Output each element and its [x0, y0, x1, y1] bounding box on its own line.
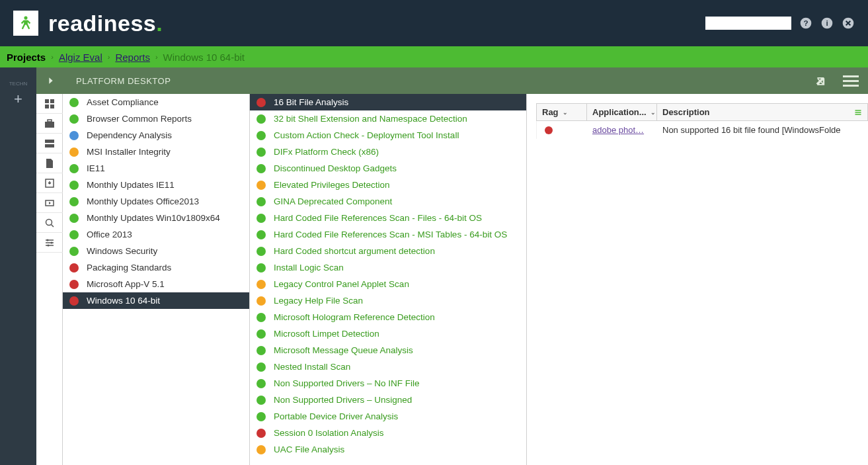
- server-icon[interactable]: [36, 134, 63, 153]
- category-item[interactable]: MSI Installer Integrity: [63, 144, 249, 160]
- close-icon[interactable]: [842, 17, 855, 30]
- far-left-rail: TECHN +: [0, 67, 36, 465]
- svg-rect-10: [48, 120, 52, 122]
- category-label: Asset Compliance: [87, 97, 159, 107]
- check-item[interactable]: Hard Coded File References Scan - Files …: [250, 210, 526, 226]
- check-label: Nested Install Scan: [274, 362, 350, 372]
- chevron-right-icon: ›: [108, 53, 110, 61]
- rag-dot: [256, 429, 266, 438]
- brand-dot: .: [156, 11, 163, 36]
- rag-dot: [69, 230, 79, 239]
- settings-icon[interactable]: [36, 233, 63, 253]
- check-item[interactable]: Legacy Control Panel Applet Scan: [250, 276, 526, 292]
- icon-rail: [36, 94, 63, 465]
- briefcase-icon[interactable]: [36, 114, 63, 134]
- download-icon[interactable]: [36, 173, 63, 193]
- check-item[interactable]: Elevated Privileges Detection: [250, 177, 526, 193]
- check-label: Custom Action Check - Deployment Tool In…: [274, 130, 459, 140]
- search-input[interactable]: [705, 17, 791, 30]
- category-item[interactable]: Monthly Updates IE11: [63, 177, 249, 193]
- check-item[interactable]: Hard Coded shortcut argument detection: [250, 243, 526, 259]
- rag-dot: [69, 98, 79, 107]
- grid-row[interactable]: adobe phot…Non supported 16 bit file fou…: [536, 121, 868, 139]
- check-label: Hard Coded File References Scan - Files …: [274, 213, 482, 223]
- check-label: GINA Deprecated Component: [274, 196, 392, 206]
- col-header-rag[interactable]: Rag⌄: [537, 104, 587, 120]
- breadcrumb-project[interactable]: Algiz Eval: [59, 52, 102, 63]
- check-label: UAC File Analysis: [274, 444, 344, 454]
- check-item[interactable]: Portable Device Driver Analysis: [250, 408, 526, 425]
- rag-dot: [256, 296, 266, 306]
- document-icon[interactable]: [36, 153, 63, 173]
- rag-dot: [69, 181, 79, 190]
- check-item[interactable]: Hard Coded File References Scan - MSI Ta…: [250, 226, 526, 243]
- check-item[interactable]: Legacy Help File Scan: [250, 292, 526, 309]
- dashboard-icon[interactable]: [36, 94, 63, 114]
- category-item[interactable]: Browser Common Reports: [63, 110, 249, 127]
- category-item[interactable]: IE11: [63, 160, 249, 177]
- check-item[interactable]: 16 Bit File Analysis: [250, 94, 526, 110]
- check-item[interactable]: Microsoft Hologram Reference Detection: [250, 309, 526, 325]
- svg-point-17: [47, 239, 49, 241]
- grid-body: adobe phot…Non supported 16 bit file fou…: [536, 121, 868, 139]
- category-item[interactable]: Packaging Standards: [63, 259, 249, 276]
- svg-point-19: [48, 244, 50, 246]
- category-item[interactable]: Monthly Updates Office2013: [63, 193, 249, 210]
- col-header-application[interactable]: Application...⌄: [587, 104, 657, 120]
- category-item[interactable]: Windows Security: [63, 243, 249, 259]
- collapse-icon[interactable]: [815, 74, 828, 87]
- check-item[interactable]: DIFx Platform Check (x86): [250, 144, 526, 160]
- check-label: Microsoft Message Queue Analysis: [274, 345, 413, 355]
- add-button[interactable]: +: [14, 91, 22, 108]
- check-label: Non Supported Drivers – No INF File: [274, 378, 420, 388]
- svg-rect-9: [45, 122, 54, 128]
- svg-rect-8: [50, 105, 54, 108]
- category-item[interactable]: Asset Compliance: [63, 94, 249, 110]
- svg-point-15: [46, 219, 52, 225]
- check-item[interactable]: Custom Action Check - Deployment Tool In…: [250, 127, 526, 144]
- col-header-description[interactable]: Description: [657, 104, 868, 120]
- chevron-right-icon: ›: [155, 53, 158, 61]
- rag-dot: [256, 263, 266, 273]
- search-icon[interactable]: [36, 213, 63, 233]
- check-item[interactable]: GINA Deprecated Component: [250, 193, 526, 210]
- rag-dot: [256, 197, 266, 206]
- category-label: Browser Common Reports: [87, 114, 192, 124]
- check-item[interactable]: UAC File Analysis: [250, 441, 526, 458]
- category-label: Microsoft App-V 5.1: [87, 279, 165, 289]
- check-item[interactable]: Nested Install Scan: [250, 359, 526, 375]
- application-link[interactable]: adobe phot…: [592, 125, 644, 135]
- help-icon[interactable]: ?: [799, 17, 812, 30]
- check-label: Portable Device Driver Analysis: [274, 411, 398, 421]
- column-menu-icon[interactable]: [854, 108, 862, 116]
- check-item[interactable]: Non Supported Drivers – No INF File: [250, 375, 526, 392]
- category-label: Packaging Standards: [87, 263, 171, 273]
- category-item[interactable]: Windows 10 64-bit: [63, 292, 249, 309]
- check-item[interactable]: Discontinued Desktop Gadgets: [250, 160, 526, 177]
- check-item[interactable]: Non Supported Drivers – Unsigned: [250, 392, 526, 408]
- rag-dot: [256, 362, 266, 372]
- check-label: Discontinued Desktop Gadgets: [274, 163, 397, 173]
- check-item[interactable]: Microsoft Message Queue Analysis: [250, 342, 526, 359]
- category-item[interactable]: Microsoft App-V 5.1: [63, 276, 249, 292]
- info-icon[interactable]: i: [820, 17, 834, 30]
- check-item[interactable]: 32 bit Shell Extension and Namespace Det…: [250, 110, 526, 127]
- main-layout: TECHN + PLATFORM DESKTOP Asset Com: [0, 67, 868, 465]
- checks-column: 16 Bit File Analysis32 bit Shell Extensi…: [250, 94, 527, 465]
- category-item[interactable]: Monthly Updates Win10v1809x64: [63, 210, 249, 226]
- menu-icon[interactable]: [843, 75, 859, 87]
- svg-rect-11: [45, 140, 54, 143]
- breadcrumb-root[interactable]: Projects: [7, 52, 46, 63]
- check-item[interactable]: Session 0 Isolation Analysis: [250, 425, 526, 441]
- media-icon[interactable]: [36, 193, 63, 213]
- rag-dot: [256, 247, 266, 256]
- category-label: IE11: [87, 163, 105, 173]
- expand-icon[interactable]: [46, 75, 56, 86]
- check-item[interactable]: Install Logic Scan: [250, 259, 526, 276]
- header-actions: ? i: [705, 17, 855, 30]
- category-item[interactable]: Dependency Analysis: [63, 127, 249, 144]
- breadcrumb-section[interactable]: Reports: [115, 52, 150, 63]
- svg-line-16: [52, 224, 54, 227]
- check-item[interactable]: Microsoft Limpet Detection: [250, 325, 526, 342]
- category-item[interactable]: Office 2013: [63, 226, 249, 243]
